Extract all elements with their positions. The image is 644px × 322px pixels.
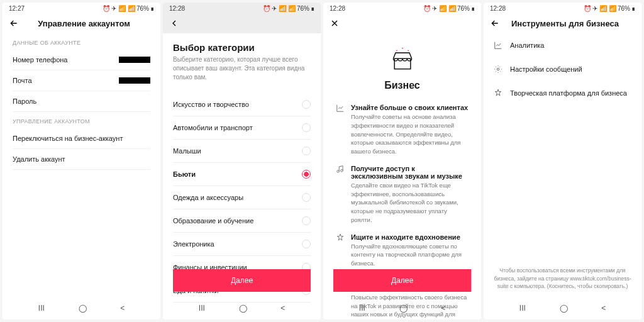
category-label: Автомобили и транспорт bbox=[173, 124, 253, 131]
row-delete-account[interactable]: Удалить аккаунт bbox=[13, 149, 150, 170]
back-chevron-icon[interactable] bbox=[169, 18, 179, 28]
statusbar: 12:28 ⏰ ✈ 📶 📶 76%∎ bbox=[323, 3, 481, 13]
svg-point-2 bbox=[408, 50, 409, 51]
category-item[interactable]: Электроника bbox=[173, 233, 311, 256]
nav-back-icon[interactable]: < bbox=[280, 304, 285, 313]
status-time: 12:27 bbox=[9, 5, 25, 12]
feature-desc: Получайте советы на основе анализа эффек… bbox=[351, 113, 469, 156]
tool-icon bbox=[494, 65, 502, 74]
close-icon[interactable] bbox=[330, 18, 340, 28]
nav-recent-icon[interactable]: III bbox=[38, 304, 45, 313]
status-time: 12:28 bbox=[169, 5, 185, 12]
tool-item[interactable]: Настройки сообщений bbox=[494, 57, 631, 81]
next-button[interactable]: Далее bbox=[173, 269, 311, 292]
row-password[interactable]: Пароль bbox=[13, 91, 150, 112]
category-label: Бьюти bbox=[173, 170, 196, 178]
radio-icon bbox=[302, 170, 311, 179]
feature-title: Ищите и находите вдохновение bbox=[351, 233, 469, 241]
redacted-value bbox=[119, 77, 150, 84]
tool-icon bbox=[494, 89, 502, 97]
category-label: Образование и обучение bbox=[173, 217, 253, 225]
feature-title: Узнайте больше о своих клиентах bbox=[351, 104, 469, 111]
row-switch-business[interactable]: Переключиться на бизнес-аккаунт bbox=[13, 128, 150, 149]
content: ДАННЫЕ ОБ АККАУНТЕ Номер телефона Почта … bbox=[3, 33, 160, 319]
svg-point-3 bbox=[402, 48, 403, 49]
status-right: ⏰ ✈ 📶 📶 76%∎ bbox=[423, 5, 475, 12]
category-label: Электроника bbox=[173, 240, 214, 248]
category-item[interactable]: Автомобили и транспорт bbox=[173, 116, 311, 140]
status-time: 12:28 bbox=[330, 5, 345, 12]
feature-icon bbox=[336, 233, 345, 268]
feature-item: Получите доступ к эксклюзивным звукам и … bbox=[333, 165, 471, 225]
feature-item: Узнайте больше о своих клиентахПолучайте… bbox=[333, 104, 471, 156]
nav-back-icon[interactable]: < bbox=[601, 304, 606, 313]
status-right: ⏰ ✈ 📶 📶 76%∎ bbox=[584, 5, 635, 12]
back-arrow-icon[interactable] bbox=[9, 18, 19, 28]
android-navbar: III ◯ < bbox=[484, 297, 641, 319]
nav-recent-icon[interactable]: III bbox=[359, 304, 365, 313]
status-time: 12:28 bbox=[490, 5, 506, 12]
radio-icon bbox=[302, 193, 311, 202]
next-button[interactable]: Далее bbox=[333, 269, 471, 292]
header bbox=[163, 13, 321, 33]
feature-title: Получите доступ к эксклюзивным звукам и … bbox=[351, 165, 469, 180]
status-right: ⏰ ✈ 📶 📶 76%∎ bbox=[103, 5, 154, 12]
header: Инструменты для бизнеса bbox=[484, 13, 641, 33]
category-label: Малыши bbox=[173, 147, 201, 155]
radio-icon bbox=[302, 240, 311, 248]
android-navbar: III ◯ < bbox=[323, 297, 481, 319]
feature-icon bbox=[336, 165, 345, 225]
category-item[interactable]: Бьюти bbox=[173, 163, 311, 186]
radio-icon bbox=[302, 147, 311, 155]
nav-back-icon[interactable]: < bbox=[120, 304, 125, 313]
subheading: Выберите категорию, которая лучше всего … bbox=[173, 55, 311, 82]
tool-label: Аналитика bbox=[510, 42, 544, 49]
redacted-value bbox=[119, 57, 150, 63]
radio-icon bbox=[302, 100, 311, 109]
header bbox=[323, 13, 481, 33]
feature-desc: Сделайте свои видео на TikTok еще эффект… bbox=[351, 181, 469, 225]
statusbar: 12:28 ⏰ ✈ 📶 📶 76%∎ bbox=[163, 3, 321, 13]
tool-icon bbox=[494, 41, 502, 50]
category-item[interactable]: Искусство и творчество bbox=[173, 93, 311, 116]
row-email[interactable]: Почта bbox=[13, 70, 150, 91]
screen-account-management: 12:27 ⏰ ✈ 📶 📶 76%∎ Управление аккаунтом … bbox=[3, 3, 160, 319]
radio-icon bbox=[302, 123, 311, 132]
nav-home-icon[interactable]: ◯ bbox=[399, 304, 408, 313]
category-item[interactable]: Образование и обучение bbox=[173, 209, 311, 233]
nav-recent-icon[interactable]: III bbox=[199, 304, 205, 313]
store-icon bbox=[333, 46, 471, 75]
feature-desc: Получайте вдохновляющие советы по контен… bbox=[351, 242, 469, 268]
tool-item[interactable]: Творческая платформа для бизнеса bbox=[494, 81, 631, 105]
statusbar: 12:27 ⏰ ✈ 📶 📶 76%∎ bbox=[3, 3, 160, 13]
row-phone[interactable]: Номер телефона bbox=[13, 50, 150, 70]
category-item[interactable]: Одежда и аксессуары bbox=[173, 186, 311, 209]
back-arrow-icon[interactable] bbox=[490, 18, 500, 28]
header-title: Инструменты для бизнеса bbox=[508, 19, 623, 28]
nav-home-icon[interactable]: ◯ bbox=[560, 304, 568, 313]
svg-point-1 bbox=[396, 50, 397, 51]
heading: Выбор категории bbox=[173, 42, 311, 53]
statusbar: 12:28 ⏰ ✈ 📶 📶 76%∎ bbox=[484, 3, 641, 13]
header: Управление аккаунтом bbox=[3, 13, 160, 33]
tool-item[interactable]: Аналитика bbox=[494, 33, 631, 57]
category-label: Одежда и аксессуары bbox=[173, 194, 243, 201]
tool-label: Творческая платформа для бизнеса bbox=[510, 89, 627, 97]
radio-icon bbox=[302, 216, 311, 225]
nav-home-icon[interactable]: ◯ bbox=[79, 304, 87, 313]
screen-category-select: 12:28 ⏰ ✈ 📶 📶 76%∎ Выбор категории Выбер… bbox=[163, 3, 321, 319]
nav-home-icon[interactable]: ◯ bbox=[239, 304, 247, 313]
android-navbar: III ◯ < bbox=[163, 297, 321, 319]
header-title: Управление аккаунтом bbox=[26, 19, 142, 28]
tools-list: АналитикаНастройки сообщенийТворческая п… bbox=[494, 33, 631, 105]
nav-back-icon[interactable]: < bbox=[441, 304, 445, 313]
screen-business-info: 12:28 ⏰ ✈ 📶 📶 76%∎ Бизнес Узнайте больше… bbox=[323, 3, 481, 319]
section-account-data: ДАННЫЕ ОБ АККАУНТЕ bbox=[13, 40, 150, 46]
android-navbar: III ◯ < bbox=[3, 297, 160, 319]
svg-point-5 bbox=[497, 68, 499, 70]
footer-note[interactable]: Чтобы воспользоваться всеми инструментам… bbox=[491, 267, 634, 291]
status-right: ⏰ ✈ 📶 📶 76%∎ bbox=[263, 5, 314, 12]
section-account-management: УПРАВЛЕНИЕ АККАУНТОМ bbox=[13, 118, 150, 125]
category-item[interactable]: Малыши bbox=[173, 140, 311, 163]
nav-recent-icon[interactable]: III bbox=[519, 304, 526, 313]
